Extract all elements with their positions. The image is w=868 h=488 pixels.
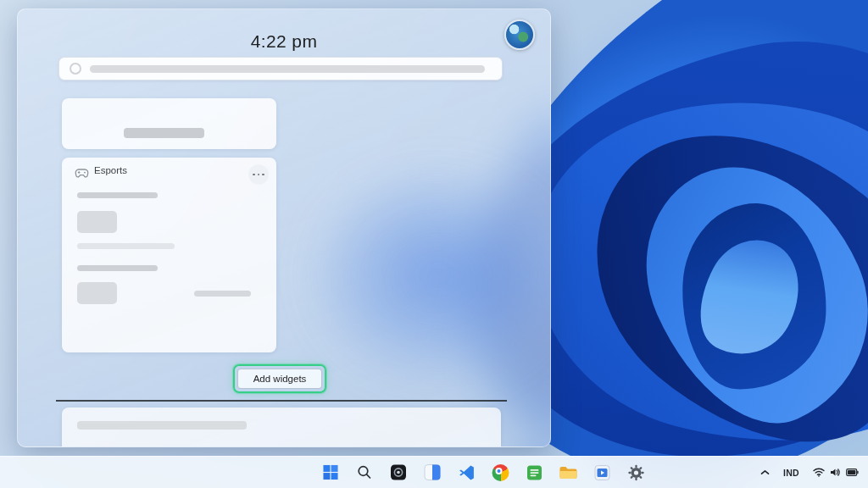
widget-card-loading[interactable] [62, 98, 276, 149]
split-panels-app-button[interactable] [420, 460, 445, 485]
vscode-icon [458, 464, 475, 481]
tray-chevron-button[interactable] [758, 466, 772, 479]
widget-card-esports[interactable]: Esports [62, 158, 276, 352]
media-app-icon [593, 464, 610, 481]
skeleton-box [77, 282, 117, 304]
search-skeleton-bar [90, 65, 485, 73]
user-avatar[interactable] [504, 19, 535, 50]
widget-card-partial[interactable] [62, 408, 501, 447]
settings-button[interactable] [624, 460, 648, 485]
start-button[interactable] [319, 460, 343, 485]
esports-card-title: Esports [94, 165, 127, 175]
split-panels-app-icon [424, 463, 442, 481]
card-menu-button[interactable] [248, 164, 269, 185]
ellipsis-icon [253, 174, 255, 176]
battery-icon [846, 469, 859, 476]
skeleton-bar [77, 243, 175, 249]
start-icon [323, 464, 339, 480]
taskbar-search-button[interactable] [353, 460, 377, 485]
gamepad-icon [75, 167, 89, 182]
green-notes-app-icon [526, 464, 542, 481]
vscode-button[interactable] [454, 460, 479, 485]
widgets-search-bar[interactable] [58, 57, 503, 80]
skeleton-bar [194, 291, 251, 297]
skeleton-bar [77, 192, 158, 198]
tray-status-cluster[interactable] [810, 464, 861, 480]
file-explorer-icon [559, 465, 577, 480]
widgets-panel: 4:22 pm Esports [17, 8, 551, 447]
chevron-up-icon [760, 469, 770, 475]
volume-icon [830, 468, 841, 477]
wifi-icon [813, 468, 825, 477]
taskbar: IND [0, 456, 868, 488]
system-tray: IND [758, 457, 861, 488]
search-icon [357, 464, 373, 480]
skeleton-bar [124, 128, 204, 138]
desktop: 4:22 pm Esports [0, 0, 868, 488]
settings-gear-icon [627, 464, 644, 481]
language-label: IND [783, 468, 799, 478]
panel-divider [56, 400, 507, 402]
add-widgets-button[interactable]: Add widgets [237, 369, 322, 389]
language-indicator[interactable]: IND [781, 464, 802, 481]
camera-app-icon [390, 463, 408, 481]
media-app-button[interactable] [590, 460, 615, 485]
clock: 4:22 pm [18, 31, 550, 52]
skeleton-bar [77, 421, 247, 430]
chrome-button[interactable] [488, 460, 513, 485]
chrome-icon [492, 464, 509, 481]
skeleton-bar [77, 265, 158, 271]
skeleton-box [77, 211, 117, 233]
tutorial-highlight-box: Add widgets [233, 364, 326, 393]
esports-card-header: Esports [62, 158, 276, 186]
file-explorer-button[interactable] [556, 460, 581, 485]
green-notes-app-button[interactable] [522, 460, 547, 485]
camera-app-button[interactable] [387, 460, 411, 485]
search-circle-icon [70, 63, 81, 75]
taskbar-center-icons [319, 457, 648, 488]
